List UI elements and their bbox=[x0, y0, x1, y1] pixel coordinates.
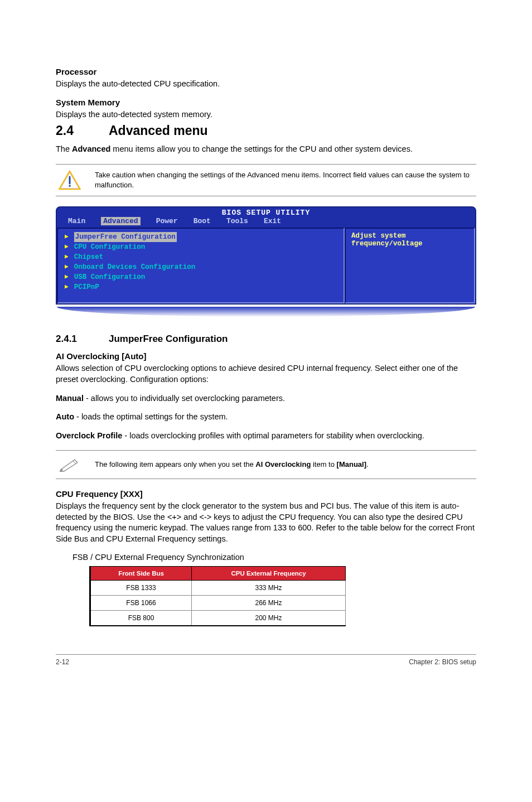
arrow-icon: ▶ bbox=[65, 263, 69, 272]
caution-text: Take caution when changing the settings … bbox=[95, 170, 476, 190]
bios-fade bbox=[57, 307, 475, 317]
bios-item-cpu: ▶CPU Configuration bbox=[65, 242, 338, 252]
bios-item-label: PCIPnP bbox=[74, 282, 99, 292]
fsb-cell: FSB 800 bbox=[90, 610, 192, 626]
warning-icon bbox=[58, 170, 81, 190]
bios-left-pane: ▶JumperFree Configuration ▶CPU Configura… bbox=[57, 228, 345, 304]
caution-icon-col bbox=[56, 170, 84, 190]
fsb-cell: FSB 1333 bbox=[90, 580, 192, 595]
bios-tab-advanced: Advanced bbox=[101, 217, 140, 225]
svg-line-2 bbox=[72, 461, 75, 463]
bios-tab-power: Power bbox=[156, 217, 178, 225]
arrow-icon: ▶ bbox=[65, 243, 69, 252]
fsb-th-0: Front Side Bus bbox=[90, 566, 192, 580]
fsb-cell: FSB 1066 bbox=[90, 595, 192, 610]
arrow-icon: ▶ bbox=[65, 283, 69, 292]
caution-callout: Take caution when changing the settings … bbox=[56, 164, 476, 196]
note-callout: The following item appears only when you… bbox=[56, 450, 476, 479]
sysmem-heading: System Memory bbox=[56, 98, 476, 107]
cpufreq-desc: Displays the frequency sent by the clock… bbox=[56, 501, 476, 544]
bios-help-1: Adjust system bbox=[351, 232, 468, 240]
arrow-icon: ▶ bbox=[65, 273, 69, 282]
table-row: FSB 800200 MHz bbox=[90, 610, 346, 626]
bios-item-label: Chipset bbox=[74, 252, 104, 262]
advanced-num: 2.4 bbox=[56, 123, 109, 138]
fsb-cell: 200 MHz bbox=[192, 610, 346, 626]
ai-oc-manual: Manual - allows you to individually set … bbox=[56, 393, 476, 404]
bios-item-pcipnp: ▶PCIPnP bbox=[65, 282, 338, 292]
svg-point-1 bbox=[69, 185, 70, 186]
footer-page: 2-12 bbox=[56, 658, 69, 666]
bios-tab-boot: Boot bbox=[194, 217, 211, 225]
table-row: FSB 1333333 MHz bbox=[90, 580, 346, 595]
auto-text: - loads the optimal settings for the sys… bbox=[74, 412, 228, 421]
advanced-intro-bold: Advanced bbox=[72, 144, 110, 153]
bios-tab-main: Main bbox=[68, 217, 85, 225]
ocprofile-text: - loads overclocking profiles with optim… bbox=[122, 431, 424, 440]
fsb-cell: 266 MHz bbox=[192, 595, 346, 610]
auto-lead: Auto bbox=[56, 412, 74, 421]
bios-title: BIOS SETUP UTILITY bbox=[57, 207, 475, 217]
table-row: FSB 1066266 MHz bbox=[90, 595, 346, 610]
note-p1: The following item appears only when you… bbox=[95, 460, 255, 468]
bios-item-onboard: ▶Onboard Devices Configuration bbox=[65, 262, 338, 272]
sysmem-text: Displays the auto-detected system memory… bbox=[56, 109, 476, 120]
fsb-table: Front Side Bus CPU External Frequency FS… bbox=[89, 566, 346, 626]
note-icon-col bbox=[56, 456, 84, 473]
bios-help-2: frequency/voltage bbox=[351, 240, 468, 248]
bios-item-label: Onboard Devices Configuration bbox=[74, 262, 196, 272]
ocprofile-lead: Overclock Profile bbox=[56, 431, 122, 440]
processor-heading: Processor bbox=[56, 67, 476, 76]
fsb-caption: FSB / CPU External Frequency Synchroniza… bbox=[72, 553, 476, 562]
ai-oc-heading: AI Overclocking [Auto] bbox=[56, 351, 476, 361]
ai-oc-ocprofile: Overclock Profile - loads overclocking p… bbox=[56, 431, 476, 442]
fsb-th-1: CPU External Frequency bbox=[192, 566, 346, 580]
arrow-icon: ▶ bbox=[65, 253, 69, 262]
ai-oc-auto: Auto - loads the optimal settings for th… bbox=[56, 412, 476, 423]
manual-text: - allows you to individually set overclo… bbox=[84, 394, 285, 403]
bios-menu-bar: Main Advanced Power Boot Tools Exit bbox=[57, 217, 475, 228]
pencil-icon bbox=[58, 456, 81, 473]
bios-item-label: USB Configuration bbox=[74, 272, 146, 282]
note-p2: item to bbox=[311, 460, 336, 468]
arrow-icon: ▶ bbox=[65, 233, 69, 241]
note-b1: AI Overclocking bbox=[255, 460, 311, 468]
note-p3: . bbox=[366, 460, 369, 468]
bios-item-usb: ▶USB Configuration bbox=[65, 272, 338, 282]
bios-screenshot: BIOS SETUP UTILITY Main Advanced Power B… bbox=[56, 206, 476, 317]
jumperfree-heading: 2.4.1JumperFree Configuration bbox=[56, 334, 476, 345]
cpufreq-heading: CPU Frequency [XXX] bbox=[56, 489, 476, 499]
bios-item-jumperfree: ▶JumperFree Configuration bbox=[65, 232, 338, 242]
note-b2: [Manual] bbox=[337, 460, 366, 468]
page-footer: 2-12 Chapter 2: BIOS setup bbox=[56, 654, 476, 666]
bios-tab-tools: Tools bbox=[226, 217, 248, 225]
advanced-intro: The Advanced menu items allow you to cha… bbox=[56, 144, 476, 155]
bios-help-pane: Adjust system frequency/voltage bbox=[345, 228, 475, 304]
ai-oc-desc: Allows selection of CPU overclocking opt… bbox=[56, 363, 476, 385]
advanced-title: Advanced menu bbox=[109, 123, 208, 138]
jumperfree-title: JumperFree Configuration bbox=[109, 334, 228, 344]
jumperfree-num: 2.4.1 bbox=[56, 334, 109, 345]
bios-item-label: JumperFree Configuration bbox=[74, 232, 177, 242]
advanced-intro-2: menu items allow you to change the setti… bbox=[110, 144, 413, 153]
footer-chapter: Chapter 2: BIOS setup bbox=[409, 658, 476, 666]
fsb-cell: 333 MHz bbox=[192, 580, 346, 595]
bios-item-label: CPU Configuration bbox=[74, 242, 146, 252]
processor-text: Displays the auto-detected CPU specifica… bbox=[56, 79, 476, 90]
bios-tab-exit: Exit bbox=[264, 217, 281, 225]
note-text: The following item appears only when you… bbox=[95, 460, 476, 470]
manual-lead: Manual bbox=[56, 394, 84, 403]
advanced-intro-1: The bbox=[56, 144, 72, 153]
advanced-menu-heading: 2.4Advanced menu bbox=[56, 123, 476, 138]
bios-item-chipset: ▶Chipset bbox=[65, 252, 338, 262]
